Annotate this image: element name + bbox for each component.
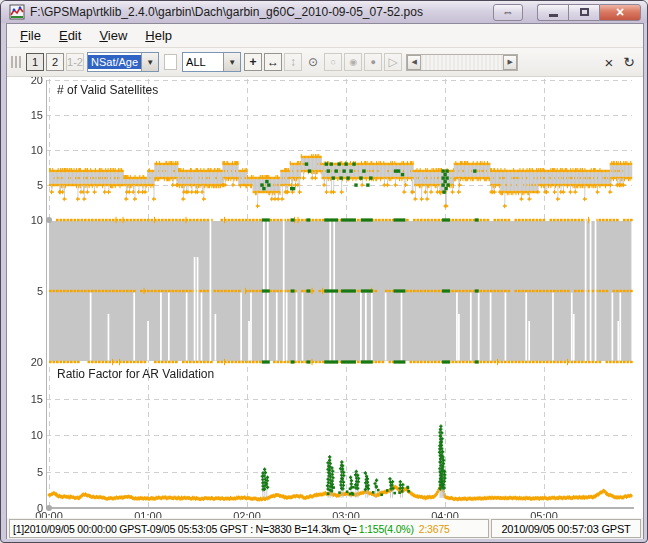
toolbar: 1 2 1-2 NSat/Age ▼ ALL ▼ + ↔ ↕ ⊙ ○ ◉ ● ▷… bbox=[7, 48, 643, 77]
fit-horizontal-button[interactable]: ↔ bbox=[264, 53, 282, 71]
xtick-0100: 01:00 bbox=[128, 510, 168, 518]
app-icon bbox=[9, 4, 25, 20]
panel3-ytick-20: 20 bbox=[13, 356, 43, 368]
panel1-button[interactable]: 1 bbox=[26, 53, 44, 71]
dot-button[interactable]: ● bbox=[364, 53, 382, 71]
panel3-ytick-5: 5 bbox=[13, 466, 43, 478]
panel3-ytick-15: 15 bbox=[13, 393, 43, 405]
xtick-0200: 02:00 bbox=[227, 510, 267, 518]
close-button[interactable]: × bbox=[599, 4, 641, 21]
refresh-button[interactable]: ↻ bbox=[620, 53, 638, 71]
menu-item-view[interactable]: View bbox=[90, 26, 136, 45]
client-area: FileEditViewHelp 1 2 1-2 NSat/Age ▼ ALL … bbox=[6, 23, 644, 539]
scroll-left-icon[interactable]: ◀ bbox=[407, 55, 421, 70]
panel1-ytick-10: 10 bbox=[13, 144, 43, 156]
panel2-ytick-10: 10 bbox=[13, 214, 43, 226]
show-track-button[interactable]: ○ bbox=[324, 53, 342, 71]
fit-center-button[interactable]: + bbox=[244, 53, 262, 71]
menu-bar: FileEditViewHelp bbox=[7, 24, 643, 48]
plot-canvas[interactable] bbox=[7, 77, 643, 518]
panel2-ytick-5: 5 bbox=[13, 285, 43, 297]
clear-button[interactable]: × bbox=[600, 53, 618, 71]
menu-item-file[interactable]: File bbox=[11, 26, 50, 45]
status-bar: [1]2010/09/05 00:00:00 GPST-09/05 05:53:… bbox=[7, 518, 643, 539]
status-q1-fixed: 1:155(4.0%) bbox=[359, 523, 414, 535]
panel2-button[interactable]: 2 bbox=[46, 53, 64, 71]
menu-item-edit[interactable]: Edit bbox=[50, 26, 90, 45]
show-point-button[interactable]: ◉ bbox=[344, 53, 362, 71]
time-scrollbar[interactable]: ◀ ▶ bbox=[406, 54, 518, 71]
window-title: F:\GPSMap\rtklib_2.4.0\garbin\Dach\garbi… bbox=[30, 5, 493, 19]
swap-button[interactable]: ⇔ bbox=[493, 4, 523, 21]
status-time-range: [1]2010/09/05 00:00:00 GPST-09/05 05:53:… bbox=[13, 523, 357, 535]
panel1-ytick-5: 5 bbox=[13, 179, 43, 191]
panel3-title: Ratio Factor for AR Validation bbox=[57, 367, 214, 381]
status-solution-summary: [1]2010/09/05 00:00:00 GPST-09/05 05:53:… bbox=[9, 519, 489, 538]
chevron-down-icon[interactable]: ▼ bbox=[141, 53, 158, 71]
xtick-0500: 05:00 bbox=[524, 510, 564, 518]
chevron-down-icon[interactable]: ▼ bbox=[223, 53, 240, 71]
panel1-ytick-20: 20 bbox=[13, 77, 43, 86]
maximize-icon bbox=[580, 8, 589, 16]
panel3-ytick-10: 10 bbox=[13, 429, 43, 441]
maximize-button[interactable] bbox=[568, 4, 599, 21]
plot-area: # of Valid Satellites Ratio Factor for A… bbox=[7, 77, 643, 518]
observation-select[interactable]: ALL ▼ bbox=[182, 52, 241, 72]
toolbar-grip[interactable] bbox=[11, 56, 21, 68]
menu-item-help[interactable]: Help bbox=[136, 26, 181, 45]
status-q2-float: 2:3675 bbox=[419, 523, 450, 535]
plot-type-value: NSat/Age bbox=[88, 55, 141, 69]
xtick-0300: 03:00 bbox=[326, 510, 366, 518]
minimize-icon bbox=[549, 14, 558, 17]
minimize-button[interactable] bbox=[537, 4, 568, 21]
title-bar[interactable]: F:\GPSMap\rtklib_2.4.0\garbin\Dach\garbi… bbox=[1, 1, 647, 23]
animate-button[interactable]: ▷ bbox=[384, 53, 402, 71]
xtick-0000: 00:00 bbox=[29, 510, 69, 518]
xtick-0400: 04:00 bbox=[425, 510, 465, 518]
panel-split-button[interactable]: 1-2 bbox=[66, 53, 84, 71]
status-cursor-time: 2010/09/05 00:57:03 GPST bbox=[491, 519, 641, 538]
fit-vertical-button[interactable]: ↕ bbox=[284, 53, 302, 71]
panel1-title: # of Valid Satellites bbox=[57, 83, 158, 97]
plot-type-select[interactable]: NSat/Age ▼ bbox=[87, 52, 159, 72]
observation-value: ALL bbox=[183, 55, 223, 69]
panel1-ytick-15: 15 bbox=[13, 109, 43, 121]
scrollbar-track[interactable] bbox=[421, 55, 503, 70]
scroll-right-icon[interactable]: ▶ bbox=[503, 55, 517, 70]
center-origin-button[interactable]: ⊙ bbox=[304, 53, 322, 71]
layout-split-icon bbox=[164, 54, 177, 70]
rtkplot-window: F:\GPSMap\rtklib_2.4.0\garbin\Dach\garbi… bbox=[0, 0, 648, 543]
